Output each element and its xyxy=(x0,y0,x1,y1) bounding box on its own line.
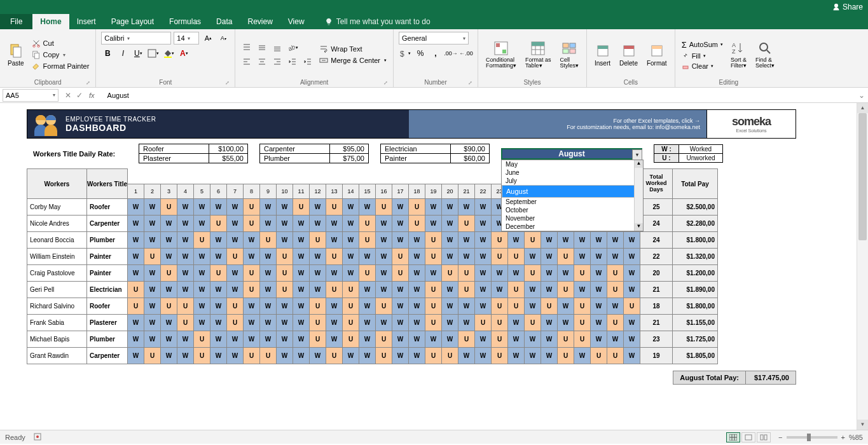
day-cell[interactable]: W xyxy=(226,264,244,282)
increase-decimal-button[interactable]: .00→ xyxy=(444,47,457,60)
day-cell[interactable]: U xyxy=(193,347,210,364)
month-option[interactable]: October xyxy=(502,206,643,214)
day-cell[interactable]: U xyxy=(243,264,260,282)
day-cell[interactable]: U xyxy=(524,264,541,282)
day-cell[interactable]: W xyxy=(160,347,177,364)
bold-button[interactable]: B xyxy=(101,47,114,60)
day-cell[interactable]: U xyxy=(425,314,442,331)
day-cell[interactable]: W xyxy=(160,248,177,265)
day-cell[interactable]: W xyxy=(524,347,541,364)
day-cell[interactable]: U xyxy=(507,248,525,265)
align-bottom-button[interactable] xyxy=(271,41,284,54)
day-cell[interactable]: U xyxy=(491,347,508,364)
day-cell[interactable]: W xyxy=(226,231,244,249)
day-cell[interactable]: W xyxy=(425,215,442,232)
day-cell[interactable]: W xyxy=(326,264,343,282)
day-cell[interactable]: W xyxy=(342,264,359,282)
day-cell[interactable]: W xyxy=(342,198,359,216)
day-cell[interactable]: W xyxy=(590,231,607,249)
copy-button[interactable]: Copy▾ xyxy=(31,50,91,60)
day-cell[interactable]: U xyxy=(590,347,607,364)
day-cell[interactable]: U xyxy=(243,198,260,216)
day-cell[interactable]: U xyxy=(491,231,508,249)
day-cell[interactable]: U xyxy=(326,281,343,298)
day-cell[interactable]: W xyxy=(276,215,293,232)
month-option[interactable]: December xyxy=(502,222,643,231)
day-cell[interactable]: W xyxy=(392,331,409,348)
day-cell[interactable]: U xyxy=(392,248,409,265)
day-cell[interactable]: W xyxy=(375,281,392,298)
day-cell[interactable]: W xyxy=(127,215,144,232)
page-layout-view-button[interactable] xyxy=(741,432,755,442)
font-launcher[interactable]: ⤢ xyxy=(225,80,230,86)
day-cell[interactable]: W xyxy=(392,314,409,331)
accounting-button[interactable]: $▾ xyxy=(399,47,411,60)
zoom-level[interactable]: %85 xyxy=(849,434,863,441)
day-cell[interactable]: U xyxy=(474,314,492,331)
day-cell[interactable]: W xyxy=(458,231,475,249)
day-cell[interactable]: W xyxy=(375,314,392,331)
day-cell[interactable]: W xyxy=(293,298,310,315)
day-cell[interactable]: U xyxy=(607,264,624,282)
day-cell[interactable]: W xyxy=(309,215,326,232)
day-cell[interactable]: W xyxy=(226,347,244,364)
scroll-down[interactable]: ▼ xyxy=(857,420,868,430)
day-cell[interactable]: W xyxy=(210,314,227,331)
cancel-formula-button[interactable]: ✕ xyxy=(65,91,71,100)
day-cell[interactable]: W xyxy=(342,231,359,249)
tab-review[interactable]: Review xyxy=(240,14,280,29)
worker-name[interactable]: Nicole Andres xyxy=(27,215,87,232)
day-cell[interactable]: U xyxy=(144,248,161,265)
day-cell[interactable]: W xyxy=(276,198,293,216)
day-cell[interactable]: W xyxy=(177,215,194,232)
font-size-select[interactable]: 14▾ xyxy=(174,32,199,44)
day-cell[interactable]: W xyxy=(259,314,277,331)
day-cell[interactable]: W xyxy=(160,314,177,331)
day-cell[interactable]: U xyxy=(425,281,442,298)
day-cell[interactable]: W xyxy=(507,231,525,249)
day-cell[interactable]: W xyxy=(359,314,376,331)
day-cell[interactable]: W xyxy=(276,314,293,331)
percent-button[interactable]: % xyxy=(414,47,427,60)
day-cell[interactable]: W xyxy=(474,248,492,265)
page-break-view-button[interactable] xyxy=(757,432,771,442)
day-cell[interactable]: U xyxy=(160,198,177,216)
day-cell[interactable]: U xyxy=(557,248,574,265)
day-cell[interactable]: W xyxy=(127,347,144,364)
tab-formulas[interactable]: Formulas xyxy=(162,14,209,29)
day-cell[interactable]: W xyxy=(127,231,144,249)
month-option[interactable]: June xyxy=(502,168,643,177)
day-cell[interactable]: W xyxy=(359,248,376,265)
day-cell[interactable]: W xyxy=(144,231,161,249)
day-cell[interactable]: U xyxy=(326,347,343,364)
format-painter-button[interactable]: Format Painter xyxy=(31,61,91,71)
day-cell[interactable]: U xyxy=(507,281,525,298)
day-cell[interactable]: W xyxy=(210,331,227,348)
day-cell[interactable]: U xyxy=(342,298,359,315)
alignment-launcher[interactable]: ⤢ xyxy=(383,80,388,86)
day-cell[interactable]: W xyxy=(144,281,161,298)
day-cell[interactable]: W xyxy=(574,248,591,265)
day-cell[interactable]: U xyxy=(574,264,591,282)
worker-title[interactable]: Plasterer xyxy=(86,314,128,331)
day-cell[interactable]: U xyxy=(243,281,260,298)
day-cell[interactable]: W xyxy=(226,281,244,298)
format-cells-button[interactable]: Format xyxy=(644,32,670,78)
day-cell[interactable]: U xyxy=(425,298,442,315)
day-cell[interactable]: U xyxy=(127,298,144,315)
day-cell[interactable]: U xyxy=(309,331,326,348)
day-cell[interactable]: U xyxy=(375,331,392,348)
day-cell[interactable]: U xyxy=(557,281,574,298)
day-cell[interactable]: W xyxy=(177,198,194,216)
worker-name[interactable]: Leonard Boccia xyxy=(27,231,87,249)
day-cell[interactable]: U xyxy=(524,314,541,331)
month-select-box[interactable]: August ▾ xyxy=(501,148,642,160)
day-cell[interactable]: W xyxy=(458,298,475,315)
day-cell[interactable]: W xyxy=(226,198,244,216)
day-cell[interactable]: W xyxy=(441,331,458,348)
day-cell[interactable]: W xyxy=(127,198,144,216)
day-cell[interactable]: W xyxy=(441,298,458,315)
day-cell[interactable]: W xyxy=(243,331,260,348)
day-cell[interactable]: W xyxy=(326,215,343,232)
fill-button[interactable]: Fill▾ xyxy=(680,51,724,60)
